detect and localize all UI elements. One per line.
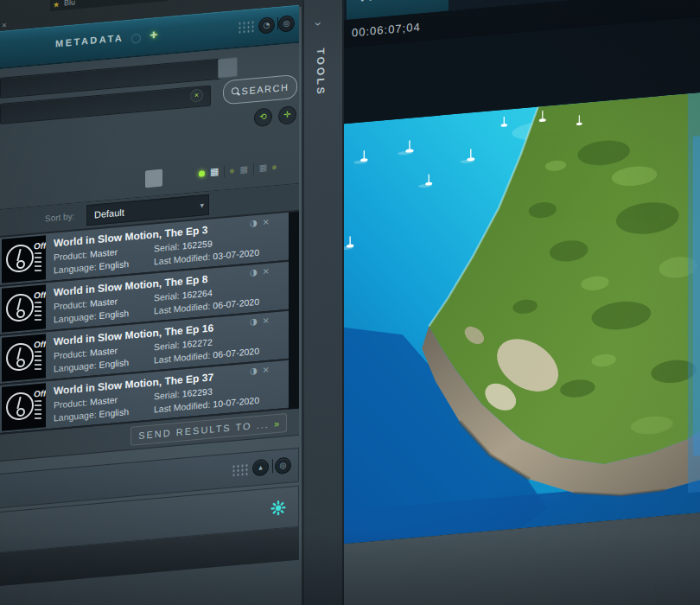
thumbnail: Off [2,334,46,381]
panel-minimize-button[interactable]: ◔ [258,16,275,35]
add-search-button[interactable]: + [147,28,161,42]
panel-settings-button[interactable]: ◎ [275,457,291,475]
divider [224,165,225,177]
browser-tab[interactable]: ★ Blu [50,0,168,11]
metadata-panel: METADATA + ◔ ◎ × SEARCH ⟲ ✛ [0,5,299,586]
off-the-fence-logo-icon [6,342,34,373]
logo-text-lines [35,400,41,420]
settings-gear-icon[interactable] [270,500,286,517]
view-toggle-row: ▦ ▦ ▦ [199,161,277,180]
open-result-icon[interactable]: ◑ [250,266,263,277]
divider [272,459,273,473]
off-the-fence-logo-icon [6,392,34,422]
tools-panel[interactable]: › TOOLS [302,0,344,605]
grid-view-icon[interactable]: ▦ [259,163,267,173]
viewer-tab-label: VIEWER [359,0,418,4]
open-result-icon[interactable]: ◑ [250,365,263,375]
field-options-button[interactable] [218,57,238,79]
grid-view-icon[interactable]: ▦ [239,165,247,175]
tools-panel-label: TOOLS [315,48,327,97]
open-result-icon[interactable]: ◑ [250,315,263,326]
collapse-panel-button[interactable]: ▴ [252,459,269,477]
video-viewport[interactable] [341,16,700,532]
divider [253,162,254,175]
metadata-panel-label: METADATA [55,32,124,48]
remove-result-icon[interactable]: × [263,265,275,276]
open-result-icon[interactable]: ◑ [250,217,263,227]
close-icon[interactable]: × [2,20,7,30]
thumbnail: Off [2,383,46,430]
drag-handle-icon[interactable] [232,463,248,477]
search-icon [232,87,239,95]
search-save-button[interactable]: ✛ [278,105,296,125]
remove-result-icon[interactable]: × [263,216,275,226]
result-dot-icon [272,164,277,169]
result-set-button[interactable] [145,169,162,188]
drag-handle-icon[interactable] [238,20,254,34]
thumbnail: Off [2,284,46,332]
search-results-list: Off World in Slow Motion, The Ep 3 Produ… [0,212,299,435]
panel-settings-button[interactable]: ◎ [278,15,295,33]
viewer-panel: VIEWER i AeriaC... 00:06:07;04 [341,0,700,605]
timecode-value: 00:06:07;04 [352,20,421,39]
screen-photo: VIEWER i AeriaC... 00:06:07;04 [0,0,700,605]
video-frame-aerial-coastline [341,92,700,544]
thumbnail: Off [2,235,46,283]
off-the-fence-logo-icon [6,244,34,274]
result-dot-icon [230,169,234,173]
remove-result-icon[interactable]: × [263,315,275,325]
off-the-fence-logo-icon [6,293,34,323]
search-form: × SEARCH ⟲ ✛ ▦ ▦ ▦ [0,43,299,210]
search-button[interactable]: SEARCH [223,74,297,105]
chevron-right-icon: » [274,418,279,430]
app-window: VIEWER i AeriaC... 00:06:07;04 [0,0,700,605]
favicon-star-icon: ★ [53,0,60,12]
status-dot-icon [131,34,141,44]
search-history-button[interactable]: ⟲ [254,107,272,127]
chevron-down-icon: ▾ [200,195,204,214]
chevron-expand-icon[interactable]: › [312,22,326,27]
logo-text-lines [35,252,41,272]
logo-text-lines [35,302,41,322]
remove-result-icon[interactable]: × [263,364,275,374]
grid-view-icon[interactable]: ▦ [210,168,219,177]
sort-label: Sort by: [45,211,74,223]
active-result-dot-icon [199,170,205,177]
logo-text-lines [35,351,41,371]
browser-tab-title: Blu [64,0,75,8]
